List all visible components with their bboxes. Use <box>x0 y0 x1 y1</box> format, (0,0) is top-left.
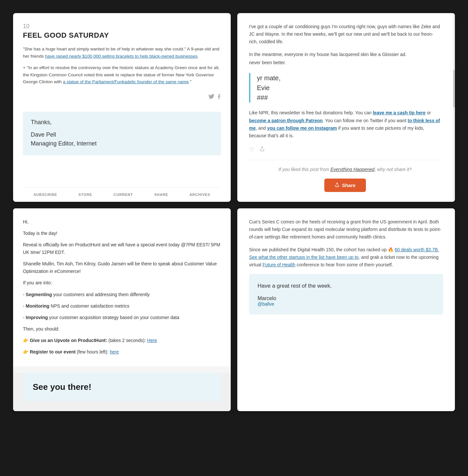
signature-box: Thanks, Dave Pell Managing Editor, Inter… <box>23 112 221 155</box>
p2-reveal-text: Reveal is officially live on ProductHunt… <box>23 242 220 255</box>
quote-text: yr mate, Evie ### <box>257 73 441 103</box>
scrollbar-track <box>453 13 455 202</box>
see-you-box: See you there! <box>23 373 221 401</box>
p2-reveal-live: Reveal is officially live on ProductHunt… <box>23 241 221 256</box>
nav-archives[interactable]: ARCHIVES <box>189 193 210 197</box>
p2-then: Then, you should: <box>23 325 221 333</box>
everything-happened-link[interactable]: Everything Happened <box>331 167 375 172</box>
panel-reveal: Hi, Today is the day! Reveal is official… <box>13 208 231 411</box>
see-you-text: See you there! <box>33 382 211 392</box>
panel3-p2-end: never been better. <box>249 59 441 67</box>
p2-bullet1: - Segmenting your customers and addressi… <box>23 291 221 298</box>
quote-block: yr mate, Evie ### <box>249 73 441 103</box>
article-text-2-end: ." <box>189 79 192 84</box>
share-button-container: Share <box>249 179 441 192</box>
panel3-p1: I've got a couple of air conditioning gu… <box>249 23 441 46</box>
nav-subscribe[interactable]: SUBSCRIBE <box>34 193 57 197</box>
panel-evie: I've got a couple of air conditioning gu… <box>237 13 455 202</box>
nav-share[interactable]: SHARE <box>154 193 168 197</box>
cta1-link[interactable]: Here <box>147 338 157 343</box>
p2-greeting: Hi, <box>23 218 221 226</box>
nav-current[interactable]: CURRENT <box>114 193 133 197</box>
p2-speakers: Shanelle Mullin, Tim Ash, Tim Kilroy, Gu… <box>23 260 221 275</box>
article-link-2[interactable]: a statue of the Parliament/Funkadelic fo… <box>63 79 189 84</box>
nav-store[interactable]: STORE <box>79 193 92 197</box>
scrollbar-thumb <box>453 70 455 107</box>
divider <box>249 160 441 160</box>
heart-icon[interactable]: ♡ <box>249 146 254 153</box>
donation-link-1[interactable]: leave me a cash tip here <box>373 110 425 115</box>
share-icon[interactable] <box>260 146 265 153</box>
signature-name: Dave Pell Managing Editor, Internet <box>31 130 213 148</box>
p2-today: Today is the day! <box>23 230 221 237</box>
panel-newsletter: 10 FEEL GOOD SATURDAY "She has a huge he… <box>13 13 231 202</box>
social-icons-bar <box>23 90 221 105</box>
donation-link-2[interactable]: become a patron through Patreon <box>249 118 323 123</box>
newsletter-title: FEEL GOOD SATURDAY <box>23 31 221 40</box>
closing-box: Have a great rest of the week. Marcelo @… <box>249 274 443 314</box>
reaction-bar: ♡ <box>249 146 441 153</box>
p2-cta2: 👉 Register to our event (few hours left)… <box>23 348 221 356</box>
panel-marcelo: Cue's Series C comes on the heels of rec… <box>237 208 455 411</box>
p2-into: If you are into: <box>23 279 221 287</box>
article-paragraph-2: + "In an effort to resolve the controver… <box>23 64 221 86</box>
article-link-1[interactable]: have raised nearly $100,000 selling brac… <box>45 54 198 59</box>
closing-signature: Marcelo @ballve <box>258 295 435 307</box>
main-layout: 10 FEEL GOOD SATURDAY "She has a huge he… <box>13 13 455 411</box>
p2-bullet3: - Improving your customer acquisition st… <box>23 314 221 321</box>
donation-paragraph: Like NPR, this newsletter is free but do… <box>249 109 441 139</box>
signature-thanks: Thanks, <box>31 119 213 126</box>
p2-bullet2: - Monitoring NPS and customer satisfacti… <box>23 302 221 310</box>
issue-number: 10 <box>23 23 221 30</box>
p4-cue: Cue's Series C comes on the heels of rec… <box>249 218 443 241</box>
share-prompt: If you liked this post from Everything H… <box>249 167 441 172</box>
closing-text: Have a great rest of the week. <box>258 282 435 290</box>
share-upload-icon <box>335 182 339 188</box>
p4-link-2[interactable]: Future of Health <box>262 262 295 267</box>
article-paragraph-1: "She has a huge heart and simply wanted … <box>23 46 221 60</box>
p2-cta1: 👉 Give us an Upvote on ProductHunt: (tak… <box>23 337 221 344</box>
closing-name: Marcelo <box>258 295 435 301</box>
panel3-p2: In the meantime, everyone in my house ha… <box>249 51 441 58</box>
twitter-icon[interactable] <box>208 94 214 101</box>
article-text-1-end: . <box>198 54 199 59</box>
nav-bar: SUBSCRIBE STORE CURRENT SHARE ARCHIVES <box>23 187 221 202</box>
facebook-icon[interactable] <box>218 94 221 101</box>
share-button[interactable]: Share <box>324 179 366 192</box>
p4-digital-health: Since we published the Digital Health 15… <box>249 246 443 269</box>
closing-handle[interactable]: @ballve <box>258 301 435 307</box>
cta2-link[interactable]: here <box>110 349 119 354</box>
donation-link-4[interactable]: you can follow me on Instagram <box>267 125 337 131</box>
